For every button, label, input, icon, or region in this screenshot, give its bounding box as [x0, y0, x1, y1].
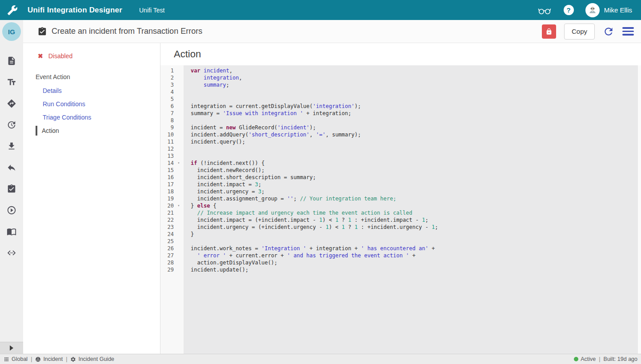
- task-check-icon[interactable]: [0, 178, 23, 200]
- code-line[interactable]: } else {: [191, 202, 641, 209]
- top-header: Unifi Integration Designer Unifi Test ?: [0, 0, 641, 20]
- fold-spacer: [174, 252, 184, 259]
- code-line[interactable]: [191, 88, 641, 96]
- line-number: 14: [160, 160, 174, 167]
- code-line[interactable]: incident = new GlideRecord('incident');: [191, 124, 641, 131]
- code-line[interactable]: [191, 96, 641, 103]
- fold-spacer: [174, 145, 184, 152]
- code-line[interactable]: incident.urgency = (+incident.urgency - …: [191, 224, 641, 231]
- glasses-icon[interactable]: [537, 5, 552, 16]
- code-editor[interactable]: 1234567891011121314▾151617181920▾2122232…: [160, 65, 641, 354]
- fold-spacer: [174, 195, 184, 202]
- copy-button[interactable]: Copy: [564, 24, 595, 40]
- hamburger-menu-button[interactable]: [622, 27, 634, 36]
- disabled-x-icon: ✖: [38, 52, 43, 60]
- code-line[interactable]: summary = 'Issue with integration ' + in…: [191, 110, 641, 117]
- code-line[interactable]: incident.short_description = summary;: [191, 174, 641, 181]
- code-line[interactable]: incident.urgency = 3;: [191, 188, 641, 195]
- fold-spacer: [174, 245, 184, 252]
- scope-incident-guide[interactable]: Incident Guide: [70, 356, 114, 362]
- line-number: 24: [160, 231, 174, 238]
- nav-section-label: Event Action: [23, 73, 160, 80]
- code-line[interactable]: incident.assignment_group = ''; // Your …: [191, 195, 641, 202]
- workspace-name[interactable]: Unifi Test: [139, 7, 164, 14]
- code-line[interactable]: [191, 145, 641, 152]
- editor-title: Action: [160, 43, 641, 65]
- main-panel: Action 1234567891011121314▾151617181920▾…: [160, 43, 641, 354]
- built-label: Built: 19d ago: [604, 356, 637, 362]
- code-line[interactable]: incident.work_notes = 'Integration ' + i…: [191, 245, 641, 252]
- fold-spacer: [174, 181, 184, 188]
- code-line[interactable]: [191, 117, 641, 124]
- line-number: 19: [160, 195, 174, 202]
- nav-item-run-conditions[interactable]: Run Conditions: [23, 101, 160, 107]
- code-line[interactable]: incident.impact = 3;: [191, 181, 641, 188]
- line-number: 7: [160, 110, 174, 117]
- fold-spacer: [174, 131, 184, 138]
- line-number: 5: [160, 96, 174, 103]
- code-line[interactable]: [191, 238, 641, 245]
- app-window: Unifi Integration Designer Unifi Test ?: [0, 0, 641, 364]
- record-status-toggle[interactable]: ✖ Disabled: [23, 49, 160, 63]
- code-line[interactable]: ' error ' + current.error + ' and has tr…: [191, 252, 641, 259]
- download-icon[interactable]: [0, 136, 23, 157]
- scope-incident[interactable]: Incident: [35, 356, 63, 362]
- directions-icon[interactable]: [0, 93, 23, 114]
- code-line[interactable]: [191, 152, 641, 160]
- line-number: 1: [160, 67, 174, 74]
- code-line[interactable]: integration = current.getDisplayValue('i…: [191, 103, 641, 110]
- editor-scrollbar[interactable]: [638, 65, 641, 354]
- fold-spacer: [174, 238, 184, 245]
- separator: |: [31, 356, 32, 362]
- fold-toggle-icon[interactable]: ▾: [174, 160, 184, 167]
- fold-spacer: [174, 103, 184, 110]
- code-icon[interactable]: [0, 242, 23, 264]
- line-number: 17: [160, 181, 174, 188]
- fold-spacer: [174, 231, 184, 238]
- code-line[interactable]: incident.update();: [191, 266, 641, 273]
- help-icon[interactable]: ?: [564, 5, 574, 15]
- code-line[interactable]: incident.addQuery('short_description', '…: [191, 131, 641, 138]
- fold-spacer: [174, 224, 184, 231]
- book-icon[interactable]: [0, 221, 23, 242]
- scope-global[interactable]: Global: [4, 356, 28, 362]
- reply-icon[interactable]: [0, 157, 23, 178]
- record-title: Create an incident from Transaction Erro…: [52, 27, 202, 36]
- nav-panel: ✖ Disabled Event Action Details Run Cond…: [23, 43, 160, 354]
- lock-button[interactable]: [542, 24, 556, 39]
- wrench-icon[interactable]: [7, 5, 18, 16]
- code-line[interactable]: incident.query();: [191, 138, 641, 145]
- code-line[interactable]: incident.impact = (+incident.impact - 1)…: [191, 216, 641, 224]
- code-line[interactable]: summary;: [191, 81, 641, 88]
- line-number: 18: [160, 188, 174, 195]
- play-circle-icon[interactable]: [0, 200, 23, 221]
- fold-spacer: [174, 67, 184, 74]
- fold-spacer: [174, 88, 184, 96]
- user-menu[interactable]: Mike Ellis: [585, 3, 632, 17]
- nav-item-action[interactable]: Action: [36, 126, 160, 136]
- rail-expand-button[interactable]: [0, 342, 23, 354]
- integration-avatar[interactable]: IG: [2, 22, 21, 41]
- code-line[interactable]: }: [191, 231, 641, 238]
- line-number: 25: [160, 238, 174, 245]
- code-line[interactable]: action.getDisplayValue();: [191, 259, 641, 266]
- document-icon[interactable]: [0, 50, 23, 72]
- editor-code[interactable]: var incident, integration, summary;integ…: [184, 65, 641, 354]
- code-line[interactable]: incident.newRecord();: [191, 167, 641, 174]
- line-number: 12: [160, 145, 174, 152]
- nav-item-triage-conditions[interactable]: Triage Conditions: [23, 114, 160, 120]
- incident-icon: [35, 356, 41, 362]
- line-number: 11: [160, 138, 174, 145]
- refresh-button[interactable]: [603, 26, 614, 37]
- history-update-icon[interactable]: [0, 114, 23, 136]
- fold-toggle-icon[interactable]: ▾: [174, 202, 184, 209]
- code-line[interactable]: // Increase impact and urgency each time…: [191, 209, 641, 216]
- fold-spacer: [174, 174, 184, 181]
- user-avatar[interactable]: [585, 3, 600, 17]
- code-line[interactable]: var incident,: [191, 67, 641, 74]
- code-line[interactable]: if (!incident.next()) {: [191, 160, 641, 167]
- code-line[interactable]: integration,: [191, 74, 641, 81]
- text-format-icon[interactable]: [0, 72, 23, 93]
- nav-item-details[interactable]: Details: [23, 88, 160, 94]
- line-number: 4: [160, 88, 174, 96]
